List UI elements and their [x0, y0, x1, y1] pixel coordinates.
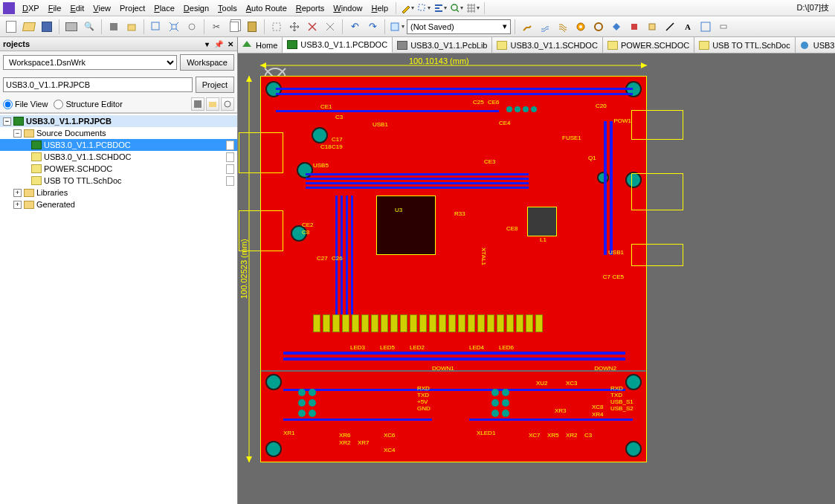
clear-filter-button[interactable] [322, 19, 338, 35]
tree-item-schdoc[interactable]: USB3.0_V1.1.SCHDOC [0, 151, 237, 163]
select-tool-icon[interactable] [417, 1, 431, 15]
config-combo-value: (Not Saved) [410, 22, 454, 31]
tree-libraries[interactable]: + Libraries [0, 187, 237, 198]
silk-label: C26 [332, 255, 343, 262]
route-diff-button[interactable] [537, 19, 553, 35]
tab-other[interactable]: USB3.0_V1.1.I [796, 37, 835, 53]
open-project-button[interactable] [123, 19, 140, 35]
place-pad-button[interactable] [590, 19, 607, 35]
collapse-icon[interactable]: − [3, 117, 11, 126]
pcb-board[interactable]: RXD TXD +5V GND RXD TXD USB_S1 USB_S2 [260, 76, 647, 462]
tab-pcblib[interactable]: USB3.0_V1.1.PcbLib [393, 37, 492, 53]
route-multi-button[interactable] [555, 19, 571, 35]
redo-button[interactable] [364, 19, 381, 35]
save-button[interactable] [39, 19, 55, 35]
tab-schdoc[interactable]: USB3.0_V1.1.SCHDOC [492, 37, 602, 53]
silk-label: C3 [335, 114, 343, 120]
tab-home[interactable]: Home [238, 37, 283, 53]
expand-icon[interactable]: + [13, 189, 22, 197]
find-similar-icon[interactable] [450, 1, 463, 15]
workspace-select[interactable]: Workspace1.DsnWrk [3, 55, 177, 70]
structure-editor-radio[interactable]: Structure Editor [54, 100, 122, 109]
silk-label: LED5 [380, 344, 395, 351]
silk-label: CE6 [488, 99, 500, 106]
route-track-button[interactable] [519, 19, 535, 35]
menu-view[interactable]: View [88, 1, 115, 15]
svg-point-6 [189, 24, 195, 30]
move-button[interactable] [286, 19, 303, 35]
tab-usbttl[interactable]: USB TO TTL.SchDoc [694, 37, 796, 53]
print-preview-button[interactable] [81, 19, 97, 35]
panel-pin-icon[interactable]: 📌 [213, 39, 224, 49]
place-fill-button[interactable] [608, 19, 625, 35]
silk-label: XR2 [339, 439, 351, 446]
tree-root[interactable]: − USB3.0_V1.1.PRJPCB [0, 115, 237, 127]
tab-pcbdoc[interactable]: USB3.0_V1.1.PCBDOC [283, 37, 393, 53]
place-line-button[interactable] [662, 19, 678, 35]
mounting-hole [265, 374, 282, 390]
compile-button[interactable] [106, 19, 122, 35]
panel-icon-2[interactable] [206, 97, 219, 111]
svg-point-1 [451, 4, 457, 10]
open-button[interactable] [21, 19, 37, 35]
new-button[interactable] [3, 19, 19, 35]
file-view-radio[interactable]: File View [3, 100, 48, 109]
menu-dxp[interactable]: DXP [18, 1, 44, 15]
silk-label: XC6 [384, 432, 396, 439]
tree-item-power[interactable]: POWER.SCHDOC [0, 163, 237, 175]
menu-tools[interactable]: Tools [213, 1, 242, 15]
menu-reports[interactable]: Reports [291, 1, 329, 15]
pencil-tool-icon[interactable] [401, 1, 414, 15]
silk-label: USB5 [313, 162, 329, 169]
place-string-button[interactable]: A [680, 19, 696, 35]
panel-icon-3[interactable] [221, 97, 234, 111]
project-button[interactable]: Project [196, 77, 234, 93]
zoom-area-button[interactable] [148, 19, 164, 35]
undo-button[interactable] [346, 19, 363, 35]
sch-icon [31, 164, 42, 173]
place-polygon-button[interactable] [626, 19, 642, 35]
panel-close-icon[interactable]: ✕ [225, 39, 236, 49]
zoom-fit-button[interactable] [166, 19, 182, 35]
place-component-button[interactable] [644, 19, 660, 35]
tree-generated[interactable]: + Generated [0, 198, 237, 210]
menu-window[interactable]: Window [329, 1, 367, 15]
print-button[interactable] [63, 19, 80, 35]
place-via-button[interactable] [573, 19, 589, 35]
menu-autoroute[interactable]: Auto Route [242, 1, 291, 15]
place-dim-button[interactable] [715, 19, 732, 35]
tab-power[interactable]: POWER.SCHDOC [603, 37, 694, 53]
project-tree[interactable]: − USB3.0_V1.1.PRJPCB − Source Documents … [0, 113, 237, 504]
menu-edit[interactable]: Edit [65, 1, 88, 15]
config-combo[interactable]: (Not Saved) ▾ [407, 19, 511, 34]
panel-menu-icon[interactable]: ▾ [202, 39, 212, 49]
grid-tool-icon[interactable] [466, 1, 480, 15]
project-input[interactable] [3, 77, 193, 92]
menu-place[interactable]: Place [149, 1, 179, 15]
pcb-canvas[interactable]: 100.10143 (mm) 100.02523 (mm) [238, 54, 835, 504]
paste-button[interactable] [244, 19, 260, 35]
select-inside-button[interactable] [268, 19, 285, 35]
cut-button[interactable] [208, 19, 225, 35]
tree-item-usbttl[interactable]: USB TO TTL.SchDoc [0, 175, 237, 187]
view-config-button[interactable] [389, 19, 405, 35]
place-arc-button[interactable] [697, 19, 714, 35]
copy-button[interactable] [226, 19, 242, 35]
sch-icon [31, 176, 42, 185]
menu-design[interactable]: Design [179, 1, 213, 15]
menu-project[interactable]: Project [115, 1, 149, 15]
component-u3 [376, 196, 436, 255]
menu-file[interactable]: File [44, 1, 66, 15]
workspace-button[interactable]: Workspace [180, 54, 234, 71]
menu-help[interactable]: Help [367, 1, 393, 15]
deselect-button[interactable] [304, 19, 320, 35]
tree-item-pcbdoc[interactable]: USB3.0_V1.1.PCBDOC [0, 139, 237, 151]
panel-icon-1[interactable] [191, 97, 204, 111]
collapse-icon[interactable]: − [13, 129, 22, 138]
silk-label: XC4 [384, 447, 396, 453]
expand-icon[interactable]: + [13, 201, 22, 209]
tree-source-docs[interactable]: − Source Documents [0, 127, 237, 139]
align-tool-icon[interactable] [433, 1, 447, 15]
silk-label: CE2 [302, 222, 314, 228]
zoom-selected-button[interactable] [184, 19, 200, 35]
